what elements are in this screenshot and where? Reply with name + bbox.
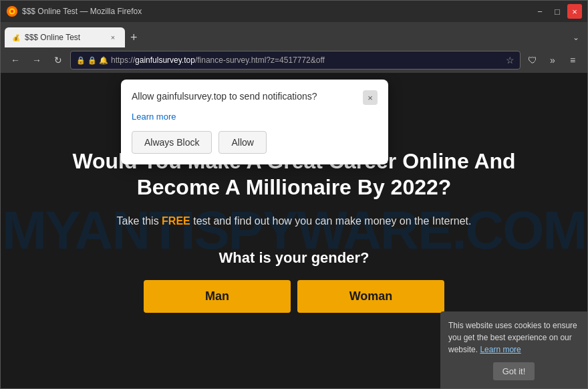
security-icons: 🔒 🔒 🔔 <box>76 56 108 65</box>
page-content: MYANTISPYWARE.COM Would You Make A Great… <box>1 73 587 388</box>
active-tab[interactable]: 💰 $$$ Online Test × <box>5 27 125 47</box>
cookie-got-it-button[interactable]: Got it! <box>493 362 535 380</box>
browser-window: $$$ Online Test — Mozilla Firefox − □ × … <box>0 0 588 389</box>
heading-line2: Become A Millionaire By 2022? <box>137 175 452 199</box>
lock-icon: 🔒 <box>88 56 97 65</box>
title-bar-left: $$$ Online Test — Mozilla Firefox <box>6 5 142 17</box>
shield-button[interactable]: 🛡 <box>523 51 542 70</box>
subtext-before: Take this <box>117 215 162 227</box>
notification-title: Allow gainfulsurvey.top to send notifica… <box>132 90 363 104</box>
notification-header: Allow gainfulsurvey.top to send notifica… <box>132 90 378 105</box>
title-bar-controls: − □ × <box>533 4 582 19</box>
extensions-button[interactable]: » <box>543 51 562 70</box>
tab-bar: 💰 $$$ Online Test × + ⌄ <box>1 22 587 47</box>
cookie-notice: This website uses cookies to ensure you … <box>440 311 587 388</box>
svg-point-2 <box>11 10 14 13</box>
new-tab-button[interactable]: + <box>125 27 143 47</box>
firefox-logo-icon <box>6 5 18 17</box>
url-path: /finance-survey.html?z=4517772&off <box>195 55 325 65</box>
shield-small-icon: 🔒 <box>76 56 86 65</box>
minimize-button[interactable]: − <box>533 4 547 19</box>
sub-heading: Take this FREE test and find out how you… <box>72 213 515 229</box>
forward-button[interactable]: → <box>27 51 46 70</box>
menu-button[interactable]: ≡ <box>563 51 582 70</box>
url-protocol: https:// <box>111 55 135 65</box>
gender-question: What is your gender? <box>72 249 515 267</box>
bookmark-button[interactable]: ☆ <box>506 55 514 66</box>
notification-popup: Allow gainfulsurvey.top to send notifica… <box>121 80 388 164</box>
man-button[interactable]: Man <box>144 280 291 313</box>
notification-close-button[interactable]: × <box>363 90 378 105</box>
tab-close-button[interactable]: × <box>108 32 118 43</box>
url-display: https://gainfulsurvey.top/finance-survey… <box>111 55 503 65</box>
address-bar[interactable]: 🔒 🔒 🔔 https://gainfulsurvey.top/finance-… <box>70 51 521 70</box>
website-background: MYANTISPYWARE.COM Would You Make A Great… <box>1 73 587 388</box>
always-block-button[interactable]: Always Block <box>132 131 212 154</box>
cookie-text: This website uses cookies to ensure you … <box>448 319 579 356</box>
nav-bar: ← → ↻ 🔒 🔒 🔔 https://gainfulsurvey.top/fi… <box>1 47 587 73</box>
allow-button[interactable]: Allow <box>218 131 266 154</box>
url-domain: gainfulsurvey.top <box>135 55 195 65</box>
cookie-learn-more-link[interactable]: Learn more <box>480 345 521 354</box>
back-button[interactable]: ← <box>6 51 25 70</box>
notification-dot-icon: 🔔 <box>99 56 108 65</box>
nav-right-buttons: 🛡 » ≡ <box>523 51 582 70</box>
tab-list-button[interactable]: ⌄ <box>569 27 583 47</box>
window-title: $$$ Online Test — Mozilla Firefox <box>22 7 142 16</box>
woman-button[interactable]: Woman <box>297 280 444 313</box>
restore-button[interactable]: □ <box>550 4 565 19</box>
subtext-free: FREE <box>162 215 190 227</box>
reload-button[interactable]: ↻ <box>49 51 67 70</box>
notification-learn-more-link[interactable]: Learn more <box>132 112 378 122</box>
tab-favicon-icon: 💰 <box>11 33 21 42</box>
gender-buttons: Man Woman <box>72 280 515 313</box>
notification-action-buttons: Always Block Allow <box>132 131 378 154</box>
tab-title-label: $$$ Online Test <box>25 33 104 42</box>
subtext-after: test and find out how you can make money… <box>190 215 472 227</box>
close-window-button[interactable]: × <box>567 4 582 19</box>
title-bar: $$$ Online Test — Mozilla Firefox − □ × <box>1 1 587 22</box>
